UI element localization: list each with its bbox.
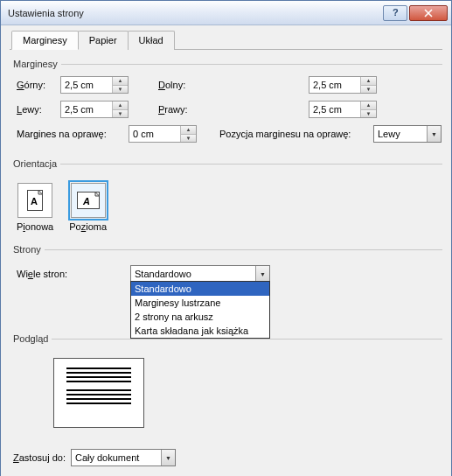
dropdown-option[interactable]: Standardowo <box>131 282 269 296</box>
multiple-pages-label: Wiele stron: <box>17 269 130 279</box>
portrait-page-icon: A <box>27 190 43 211</box>
tab-paper[interactable]: Papier <box>78 31 129 50</box>
spin-up-icon[interactable]: ▲ <box>361 102 376 110</box>
spin-down-icon[interactable]: ▼ <box>361 110 376 118</box>
margins-group: Marginesy Górny: ▲▼ Dolny: ▲▼ <box>10 59 442 150</box>
margin-bottom-spinner[interactable]: ▲▼ <box>309 76 377 94</box>
margin-right-spinner[interactable]: ▲▼ <box>309 101 377 118</box>
tab-margins[interactable]: Marginesy <box>11 31 79 50</box>
apply-to-combo[interactable]: Cały dokument ▼ <box>71 449 176 466</box>
margin-bottom-label: Dolny: <box>158 80 309 90</box>
help-button[interactable]: ? <box>383 5 407 21</box>
help-icon: ? <box>391 9 400 18</box>
spin-up-icon[interactable]: ▲ <box>181 126 196 135</box>
gutter-position-combo[interactable]: Lewy ▼ <box>373 125 442 143</box>
gutter-input[interactable] <box>129 126 180 142</box>
pages-legend: Strony <box>10 244 45 255</box>
multiple-pages-dropdown[interactable]: Standardowo Marginesy lustrzane 2 strony… <box>130 281 270 339</box>
pages-group: Strony Wiele stron: Standardowo ▼ Standa… <box>10 244 442 290</box>
margin-top-spinner[interactable]: ▲▼ <box>60 76 129 94</box>
title-bar: Ustawienia strony ? <box>1 1 451 25</box>
chevron-down-icon[interactable]: ▼ <box>427 126 441 142</box>
multiple-pages-combo[interactable]: Standardowo ▼ <box>130 265 270 283</box>
margin-left-label: Lewy: <box>17 104 60 115</box>
gutter-spinner[interactable]: ▲▼ <box>129 125 197 143</box>
preview-group: Podgląd <box>10 333 442 445</box>
apply-to-value: Cały dokument <box>72 452 161 463</box>
orientation-group: Orientacja A Pionowa A Pozioma <box>10 158 442 235</box>
orientation-portrait-label: Pionowa <box>17 221 53 232</box>
spin-down-icon[interactable]: ▼ <box>181 135 196 143</box>
apply-to-label: Zastosuj do: <box>13 452 66 463</box>
preview-legend: Podgląd <box>10 333 52 344</box>
orientation-legend: Orientacja <box>10 158 60 169</box>
chevron-down-icon[interactable]: ▼ <box>255 266 269 282</box>
gutter-position-label: Pozycja marginesu na oprawę: <box>219 129 373 139</box>
margin-top-label: Górny: <box>17 80 60 90</box>
orientation-portrait[interactable]: A <box>17 183 52 218</box>
margin-left-spinner[interactable]: ▲▼ <box>60 101 129 118</box>
margin-left-input[interactable] <box>61 102 112 117</box>
orientation-landscape-label: Pozioma <box>69 221 107 232</box>
margin-bottom-input[interactable] <box>309 77 360 93</box>
tab-layout[interactable]: Układ <box>128 31 175 50</box>
gutter-label: Margines na oprawę: <box>17 129 129 139</box>
margins-legend: Marginesy <box>10 59 61 69</box>
dropdown-option[interactable]: Karta składana jak książka <box>131 324 269 338</box>
page-preview <box>53 358 144 428</box>
page-setup-dialog: Ustawienia strony ? Marginesy Papier Ukł… <box>0 0 452 476</box>
spin-up-icon[interactable]: ▲ <box>361 77 376 86</box>
gutter-position-value: Lewy <box>374 129 427 139</box>
dropdown-option[interactable]: Marginesy lustrzane <box>131 296 269 310</box>
close-button[interactable] <box>409 5 448 21</box>
svg-text:A: A <box>31 196 38 206</box>
dropdown-option[interactable]: 2 strony na arkusz <box>131 310 269 324</box>
svg-text:?: ? <box>393 9 399 18</box>
spin-down-icon[interactable]: ▼ <box>361 86 376 94</box>
margin-right-input[interactable] <box>309 102 360 117</box>
dialog-title: Ustawienia strony <box>8 8 381 18</box>
margin-right-label: Prawy: <box>158 104 309 115</box>
spin-up-icon[interactable]: ▲ <box>113 102 128 110</box>
spin-down-icon[interactable]: ▼ <box>113 110 128 118</box>
tab-strip: Marginesy Papier Układ <box>10 31 442 50</box>
margin-top-input[interactable] <box>61 77 112 93</box>
spin-down-icon[interactable]: ▼ <box>113 86 128 94</box>
svg-text:A: A <box>82 196 90 206</box>
spin-up-icon[interactable]: ▲ <box>113 77 128 86</box>
multiple-pages-value: Standardowo <box>131 269 255 279</box>
landscape-page-icon: A <box>77 192 100 209</box>
orientation-landscape[interactable]: A <box>71 183 106 218</box>
chevron-down-icon[interactable]: ▼ <box>161 450 175 466</box>
close-icon <box>424 9 433 18</box>
